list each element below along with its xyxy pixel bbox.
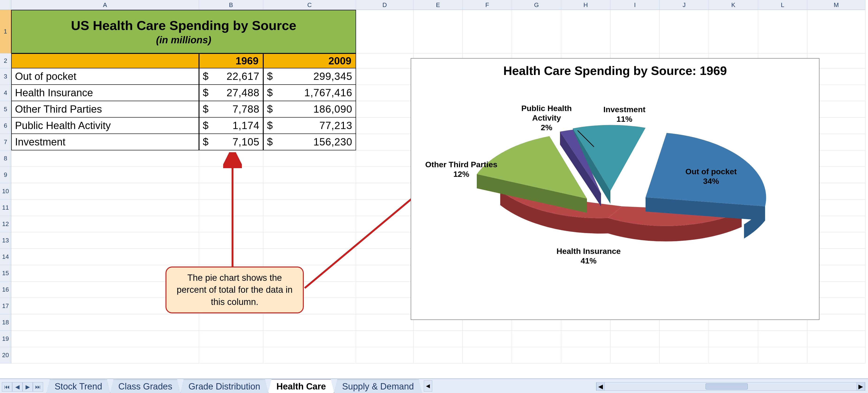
tab-nav-prev-icon[interactable]: ◀ bbox=[12, 382, 23, 392]
cell[interactable] bbox=[463, 331, 512, 347]
cell[interactable] bbox=[199, 331, 263, 347]
cell[interactable] bbox=[463, 10, 512, 54]
row-header-13[interactable]: 13 bbox=[0, 232, 11, 249]
cell[interactable] bbox=[561, 347, 610, 363]
row-header-2[interactable]: 2 bbox=[0, 54, 11, 68]
row-header-6[interactable]: 6 bbox=[0, 118, 11, 134]
row-header-20[interactable]: 20 bbox=[0, 347, 11, 363]
row-header-14[interactable]: 14 bbox=[0, 249, 11, 265]
col-header-I[interactable]: I bbox=[610, 0, 660, 10]
cell-1969[interactable]: $1,174 bbox=[199, 118, 263, 134]
cell-2009[interactable]: $156,230 bbox=[263, 134, 356, 150]
col-header-A[interactable]: A bbox=[11, 0, 199, 10]
cell[interactable] bbox=[356, 314, 413, 331]
pie-chart[interactable]: Health Care Spending by Source: 1969 bbox=[411, 58, 819, 320]
tab-scroll-left-icon[interactable]: ◀ bbox=[424, 380, 432, 392]
cell[interactable] bbox=[11, 183, 199, 200]
cell[interactable] bbox=[512, 347, 561, 363]
cell[interactable] bbox=[11, 232, 199, 249]
sheet-tab[interactable]: Grade Distribution bbox=[180, 380, 269, 393]
row-header-16[interactable]: 16 bbox=[0, 282, 11, 298]
cell-1969[interactable]: $22,617 bbox=[199, 68, 263, 85]
col-header-C[interactable]: C bbox=[263, 0, 356, 10]
cell[interactable] bbox=[199, 347, 263, 363]
cell[interactable] bbox=[660, 347, 709, 363]
cell-1969[interactable]: $7,788 bbox=[199, 101, 263, 118]
row-header-17[interactable]: 17 bbox=[0, 298, 11, 314]
cell[interactable] bbox=[11, 331, 199, 347]
scroll-left-icon[interactable]: ◀ bbox=[596, 382, 605, 391]
cell-2009[interactable]: $299,345 bbox=[263, 68, 356, 85]
tab-nav-first-icon[interactable]: ⏮ bbox=[2, 382, 12, 392]
row-header-19[interactable]: 19 bbox=[0, 331, 11, 347]
cell[interactable] bbox=[356, 118, 413, 134]
cell[interactable] bbox=[758, 331, 807, 347]
col-header-B[interactable]: B bbox=[199, 0, 263, 10]
cell[interactable] bbox=[413, 347, 463, 363]
cell[interactable] bbox=[512, 10, 561, 54]
col-header-K[interactable]: K bbox=[709, 0, 758, 10]
cell-1969[interactable]: $27,488 bbox=[199, 85, 263, 101]
row-header-11[interactable]: 11 bbox=[0, 200, 11, 216]
row-label[interactable]: Public Health Activity bbox=[11, 118, 199, 134]
cell[interactable] bbox=[758, 10, 807, 54]
header-label[interactable] bbox=[11, 54, 199, 68]
row-header-3[interactable]: 3 bbox=[0, 68, 11, 85]
cell[interactable] bbox=[660, 10, 709, 54]
cell[interactable] bbox=[11, 249, 199, 265]
col-header-L[interactable]: L bbox=[758, 0, 807, 10]
row-header-8[interactable]: 8 bbox=[0, 150, 11, 167]
row-label[interactable]: Other Third Parties bbox=[11, 101, 199, 118]
cell[interactable] bbox=[356, 85, 413, 101]
col-header-H[interactable]: H bbox=[561, 0, 610, 10]
scroll-right-icon[interactable]: ▶ bbox=[857, 382, 865, 391]
row-header-12[interactable]: 12 bbox=[0, 216, 11, 232]
tab-nav-next-icon[interactable]: ▶ bbox=[23, 382, 33, 392]
cell[interactable] bbox=[356, 101, 413, 118]
row-header-4[interactable]: 4 bbox=[0, 85, 11, 101]
row-header-18[interactable]: 18 bbox=[0, 314, 11, 331]
cell-2009[interactable]: $186,090 bbox=[263, 101, 356, 118]
cell[interactable] bbox=[11, 200, 199, 216]
cell-2009[interactable]: $77,213 bbox=[263, 118, 356, 134]
header-1969[interactable]: 1969 bbox=[199, 54, 263, 68]
annotation-callout[interactable]: The pie chart shows the percent of total… bbox=[165, 266, 304, 314]
cell[interactable] bbox=[263, 331, 356, 347]
cell[interactable] bbox=[11, 150, 199, 167]
cell[interactable] bbox=[709, 10, 758, 54]
col-header-E[interactable]: E bbox=[413, 0, 463, 10]
row-header-10[interactable]: 10 bbox=[0, 183, 11, 200]
scroll-track[interactable] bbox=[605, 383, 857, 390]
row-label[interactable]: Investment bbox=[11, 134, 199, 150]
cell[interactable] bbox=[463, 347, 512, 363]
horizontal-scrollbar[interactable]: ◀ ▶ bbox=[596, 382, 865, 391]
sheet-tab[interactable]: Stock Trend bbox=[46, 380, 111, 393]
sheet-tab[interactable]: Supply & Demand bbox=[334, 380, 422, 393]
col-header-G[interactable]: G bbox=[512, 0, 561, 10]
select-all-corner[interactable] bbox=[0, 0, 11, 10]
cell[interactable] bbox=[561, 331, 610, 347]
cell[interactable] bbox=[561, 10, 610, 54]
cell[interactable] bbox=[807, 347, 865, 363]
row-header-15[interactable]: 15 bbox=[0, 265, 11, 282]
tab-nav-last-icon[interactable]: ⏭ bbox=[33, 382, 43, 392]
cell[interactable] bbox=[356, 347, 413, 363]
cell[interactable] bbox=[356, 134, 413, 150]
cell-1969[interactable]: $7,105 bbox=[199, 134, 263, 150]
cell[interactable] bbox=[11, 216, 199, 232]
row-header-7[interactable]: 7 bbox=[0, 134, 11, 150]
cell[interactable] bbox=[263, 314, 356, 331]
header-2009[interactable]: 2009 bbox=[263, 54, 356, 68]
cell-2009[interactable]: $1,767,416 bbox=[263, 85, 356, 101]
cell[interactable] bbox=[660, 331, 709, 347]
col-header-F[interactable]: F bbox=[463, 0, 512, 10]
cell[interactable] bbox=[199, 314, 263, 331]
cell[interactable] bbox=[807, 331, 865, 347]
row-header-1[interactable]: 1 bbox=[0, 10, 11, 54]
row-label[interactable]: Health Insurance bbox=[11, 85, 199, 101]
cell[interactable] bbox=[356, 10, 413, 54]
col-header-D[interactable]: D bbox=[356, 0, 413, 10]
sheet-tab[interactable]: Health Care bbox=[268, 380, 334, 393]
cell[interactable] bbox=[709, 331, 758, 347]
row-label[interactable]: Out of pocket bbox=[11, 68, 199, 85]
